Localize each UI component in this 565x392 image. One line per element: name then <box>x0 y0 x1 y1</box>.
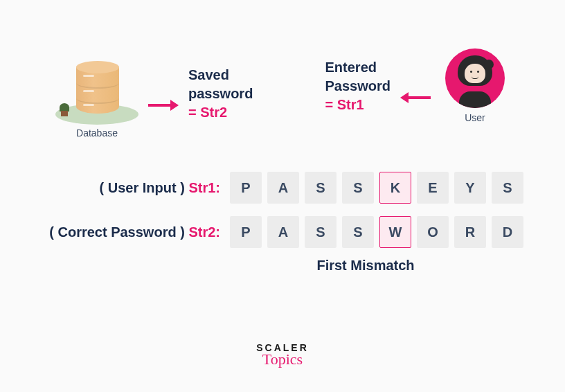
row-correct-label: ( Correct Password ) Str2: <box>49 224 220 240</box>
char-cell: P <box>230 172 262 204</box>
row-correct: ( Correct Password ) Str2: PASSWORD <box>0 216 523 248</box>
user-label: User <box>440 112 510 123</box>
user-avatar-icon <box>445 48 505 108</box>
plant-icon <box>60 103 69 116</box>
entered-line1: Entered <box>325 58 391 77</box>
database-group: Database Saved password = Str2 <box>55 48 253 139</box>
saved-line2: password <box>188 84 253 103</box>
char-cell: S <box>305 172 337 204</box>
char-cell: D <box>492 216 523 248</box>
database-icon <box>76 61 119 119</box>
database-visual: Database <box>55 48 138 139</box>
char-cell: S <box>305 216 337 248</box>
saved-line1: Saved <box>188 66 253 84</box>
char-cell: A <box>267 216 299 248</box>
mismatch-label: First Mismatch <box>208 258 523 274</box>
arrow-left-icon <box>400 93 431 103</box>
comparison-section: ( User Input ) Str1: PASSKEYS ( Correct … <box>0 172 565 274</box>
char-cell: E <box>417 172 449 204</box>
brand-line2: Topics <box>0 350 565 368</box>
user-visual: User <box>440 48 510 123</box>
char-cell: A <box>267 172 299 204</box>
char-cell: Y <box>454 172 486 204</box>
saved-eq: = Str2 <box>188 103 253 122</box>
char-cell: O <box>417 216 449 248</box>
char-cell: S <box>342 172 374 204</box>
char-cell: P <box>230 216 262 248</box>
arrow-right-icon <box>148 100 179 110</box>
char-cell: W <box>379 216 411 248</box>
entered-line2: Password <box>325 77 391 96</box>
char-cell: S <box>342 216 374 248</box>
top-row: Database Saved password = Str2 Entered P… <box>0 0 565 139</box>
entered-password-text: Entered Password = Str1 <box>325 58 391 114</box>
entered-eq: = Str1 <box>325 96 391 114</box>
char-cell: S <box>492 172 523 204</box>
char-cell: K <box>379 172 411 204</box>
char-cell: R <box>454 216 486 248</box>
row-user-input: ( User Input ) Str1: PASSKEYS <box>0 172 523 204</box>
cells-input: PASSKEYS <box>230 172 523 204</box>
database-label: Database <box>55 127 138 139</box>
row-input-label: ( User Input ) Str1: <box>100 180 220 196</box>
cells-correct: PASSWORD <box>230 216 523 248</box>
brand-logo: SCALER Topics <box>0 342 565 368</box>
user-group: Entered Password = Str1 User <box>325 48 510 123</box>
saved-password-text: Saved password = Str2 <box>188 66 253 122</box>
